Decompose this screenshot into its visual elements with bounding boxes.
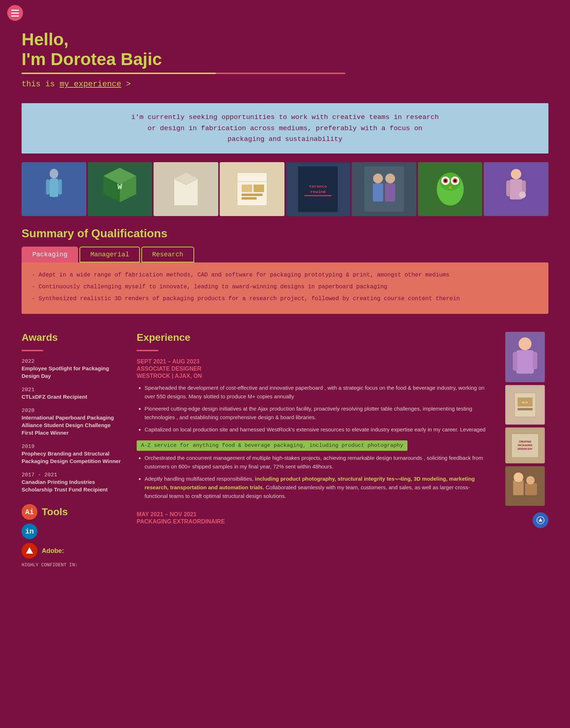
portfolio-img-2: W xyxy=(88,162,152,216)
experience-divider xyxy=(137,350,158,351)
qualifications-content: · Adept in a wide range of fabrication m… xyxy=(22,262,548,314)
hamburger-button[interactable] xyxy=(7,5,23,21)
bullet-1-1: Spearheaded the development of cost-effe… xyxy=(145,384,491,401)
award-name-5: Canadian Printing Industries Scholarship… xyxy=(22,478,122,493)
photo-3: CREATING PACKAGING DESIGN DAY xyxy=(505,427,545,463)
svg-rect-2 xyxy=(46,179,50,194)
bullet-2-2: Adeptly handling multifaceted responsibi… xyxy=(145,475,491,500)
bottom-section: Awards 2022 Employee Spotlight for Packa… xyxy=(0,332,570,568)
qual-line-2: · Continuously challenging myself to inn… xyxy=(32,282,538,292)
hamburger-line-2 xyxy=(11,13,19,14)
svg-rect-17 xyxy=(242,184,252,192)
svg-point-46 xyxy=(519,338,532,351)
svg-rect-5 xyxy=(55,197,58,211)
awards-column: Awards 2022 Employee Spotlight for Packa… xyxy=(22,332,122,568)
award-year-4: 2019 xyxy=(22,444,122,450)
award-item-2021: 2021 CTLxDFZ Grant Recipient xyxy=(22,387,122,400)
job-bullets-1: Spearheaded the development of cost-effe… xyxy=(137,384,491,434)
bullet-1-2: Pioneered cutting-edge design initiative… xyxy=(145,404,491,422)
award-name-1: Employee Spotlight for Packaging Design … xyxy=(22,365,122,380)
svg-rect-54 xyxy=(517,408,533,410)
award-item-2022: 2022 Employee Spotlight for Packaging De… xyxy=(22,358,122,380)
summary-heading: Summary of Qualifications xyxy=(22,227,548,240)
seeking-box: i'm currently seeking opportunities to w… xyxy=(22,103,548,153)
hero-subtitle: this is my experience > xyxy=(22,80,548,89)
svg-rect-3 xyxy=(58,179,62,194)
job-highlight-1: A-Z service for anything food & beverage… xyxy=(137,440,407,451)
qual-line-3: · Synthesized realistic 3D renders of pa… xyxy=(32,294,538,304)
svg-point-36 xyxy=(444,179,447,182)
experience-column: Experience SEPT 2021 – AUG 2023 ASSOCIAT… xyxy=(137,332,491,568)
adobe-label: Adobe: xyxy=(42,547,64,555)
svg-rect-41 xyxy=(506,180,510,196)
portfolio-img-8 xyxy=(484,162,548,216)
svg-point-39 xyxy=(511,169,521,179)
award-year-2: 2021 xyxy=(22,387,122,393)
svg-rect-19 xyxy=(242,193,263,196)
svg-text:rewind: rewind xyxy=(310,189,326,194)
back-to-top-button[interactable] xyxy=(533,512,548,528)
highlight-text-span: including product photography, structura… xyxy=(145,476,475,490)
hero-greeting: Hello, xyxy=(22,30,69,49)
photos-column: BLIS CREATING PACKAGING DESIGN DAY xyxy=(505,332,548,568)
job-company-1: WESTROCK | AJAX, ON xyxy=(137,373,491,379)
svg-rect-1 xyxy=(50,178,58,197)
portfolio-img-5: toronto rewind xyxy=(286,162,351,216)
tab-managerial[interactable]: Managerial xyxy=(79,247,140,262)
photo-2: BLIS xyxy=(505,385,545,425)
svg-rect-4 xyxy=(50,197,53,211)
svg-rect-62 xyxy=(525,483,537,495)
award-item-2020: 2020 International Paperboard Packaging … xyxy=(22,408,122,436)
svg-rect-24 xyxy=(304,195,332,196)
bullet-1-3: Capitalized on local production site and… xyxy=(145,425,491,434)
award-year-1: 2022 xyxy=(22,358,122,365)
svg-marker-44 xyxy=(26,547,33,554)
bullet-2-1: Orchestrated the concurrent management o… xyxy=(145,454,491,471)
portfolio-img-3 xyxy=(154,162,218,216)
job-dates-2: MAY 2021 – NOV 2021 xyxy=(137,511,491,518)
tab-research[interactable]: Research xyxy=(141,247,194,262)
svg-point-0 xyxy=(50,169,58,178)
portfolio-img-7 xyxy=(418,162,483,216)
awards-heading: Awards xyxy=(22,332,122,343)
hamburger-line-1 xyxy=(11,10,19,11)
photo-1 xyxy=(505,332,545,382)
svg-point-26 xyxy=(373,173,383,183)
svg-rect-47 xyxy=(516,350,534,374)
award-item-2019: 2019 Prophecy Branding and Structural Pa… xyxy=(22,444,122,465)
photo-4 xyxy=(505,466,545,506)
job-block-westrock: SEPT 2021 – AUG 2023 ASSOCIATE DESIGNER … xyxy=(137,358,491,500)
svg-text:CREATING: CREATING xyxy=(519,440,531,443)
seeking-text: i'm currently seeking opportunities to w… xyxy=(131,113,439,143)
award-year-3: 2020 xyxy=(22,408,122,414)
award-name-2: CTLxDFZ Grant Recipient xyxy=(22,393,122,400)
hamburger-line-3 xyxy=(11,15,19,17)
award-name-4: Prophecy Branding and Structural Packagi… xyxy=(22,450,122,465)
portfolio-img-4 xyxy=(220,162,284,216)
svg-text:toronto: toronto xyxy=(309,184,327,189)
tab-packaging[interactable]: Packaging xyxy=(22,247,78,262)
svg-rect-61 xyxy=(513,480,524,495)
svg-rect-29 xyxy=(385,183,395,201)
experience-link[interactable]: my experience xyxy=(60,80,122,89)
portfolio-img-6 xyxy=(352,162,416,216)
hero-section: Hello, I'm Dorotea Bajic this is my expe… xyxy=(0,26,570,96)
svg-rect-27 xyxy=(373,183,383,201)
job-block-packaging-extraordinaire: MAY 2021 – NOV 2021 PACKAGING EXTRAORDIN… xyxy=(137,511,491,525)
svg-point-28 xyxy=(385,173,395,183)
portfolio-img-1 xyxy=(22,162,86,216)
adobe-subtext: HIGHLY CONFIDENT IN: xyxy=(22,562,122,568)
summary-section: Summary of Qualifications Packaging Mana… xyxy=(0,227,570,325)
award-name-3: International Paperboard Packaging Allia… xyxy=(22,414,122,436)
hero-title: Hello, I'm Dorotea Bajic xyxy=(22,29,548,69)
qualifications-tabs: Packaging Managerial Research xyxy=(22,247,548,262)
award-item-2017: 2017 - 2021 Canadian Printing Industries… xyxy=(22,472,122,493)
portfolio-strip: W toronto rewind xyxy=(22,162,548,216)
job-dates-1: SEPT 2021 – AUG 2023 xyxy=(137,358,491,365)
job-title-1: ASSOCIATE DESIGNER xyxy=(137,366,491,372)
hero-name: I'm Dorotea Bajic xyxy=(22,50,162,69)
awards-divider xyxy=(22,350,43,351)
svg-text:DESIGN DAY: DESIGN DAY xyxy=(518,448,533,450)
svg-point-64 xyxy=(526,476,534,484)
svg-rect-20 xyxy=(242,197,257,200)
